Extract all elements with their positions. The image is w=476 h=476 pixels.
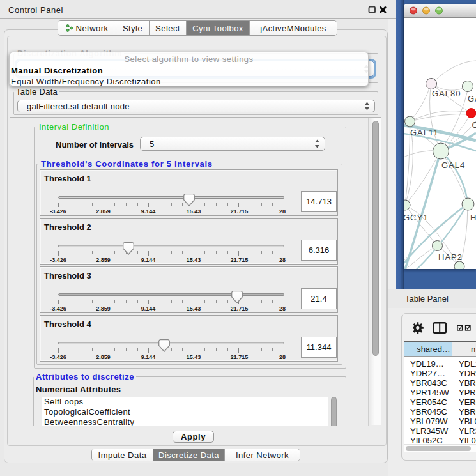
svg-text:GCY1: GCY1 — [404, 213, 428, 222]
svg-text:GA: GA — [468, 94, 476, 104]
svg-text:GAL4: GAL4 — [441, 160, 465, 170]
svg-text:GAL80: GAL80 — [432, 89, 461, 98]
svg-text:GAL11: GAL11 — [410, 128, 439, 137]
svg-text:C: C — [472, 120, 476, 130]
svg-text:H: H — [470, 213, 476, 222]
svg-text:HAP2: HAP2 — [438, 252, 463, 262]
